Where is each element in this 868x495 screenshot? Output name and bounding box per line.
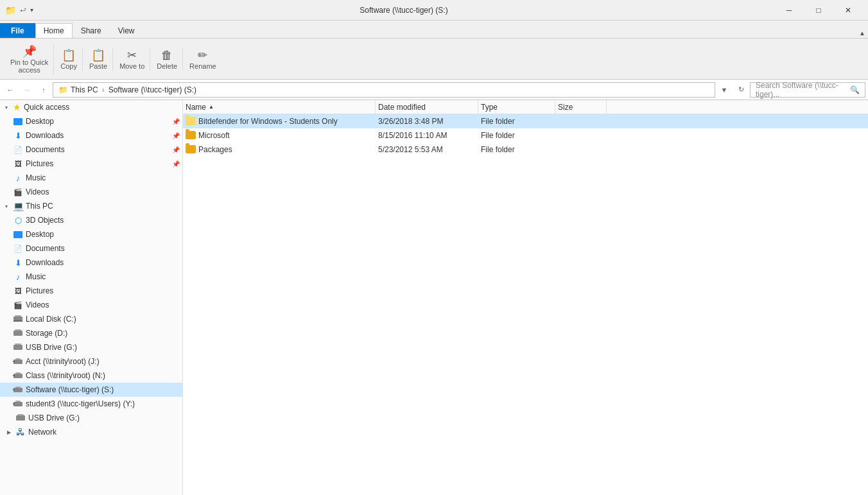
address-refresh-btn[interactable]: ↻ [733,82,749,98]
ribbon-pin-btn[interactable]: 📌 Pin to Quick access [5,43,54,75]
sidebar-item-3dobjects[interactable]: ⬡ 3D Objects [0,213,182,227]
svg-rect-19 [16,415,25,421]
svg-rect-8 [15,358,21,360]
sidebar-item-usb-g-pc[interactable]: USB Drive (G:) [0,340,182,354]
sidebar-item-usb-g-standalone[interactable]: USB Drive (G:) [0,411,182,425]
file-size-cell [555,143,607,156]
address-right-controls: ▼ ↻ [716,82,749,98]
up-button[interactable]: ↑ [36,82,51,98]
file-type-cell: File folder [478,128,555,142]
file-date: 8/15/2016 11:10 AM [378,131,447,140]
documents-pc-label: Documents [26,244,65,253]
title-controls: ─ □ ✕ [774,0,863,21]
main-area: ▾ ★ Quick access Desktop 📌 ⬇ Downloads 📌… [0,100,868,495]
class-n-label: Class (\\trinity\root) (N:) [26,371,105,380]
downloads-qa-icon: ⬇ [13,130,23,141]
address-input[interactable]: 📁 This PC › Software (\\tucc-tiger) (S:) [53,82,715,98]
file-list-header: Name ▲ Date modified Type Size [183,100,868,114]
desktop-qa-pin: 📌 [172,118,180,125]
search-icon: 🔍 [850,85,860,94]
search-box[interactable]: Search Software (\\tucc-tiger)... 🔍 [750,82,865,98]
sidebar-item-documents-pc[interactable]: 📄 Documents [0,241,182,256]
table-row[interactable]: Microsoft 8/15/2016 11:10 AM File folder [183,128,868,143]
svg-rect-2 [13,320,22,322]
ribbon-collapse-btn[interactable]: ▲ [859,30,865,37]
sidebar-section-quick-access[interactable]: ▾ ★ Quick access [0,100,182,114]
address-bar: ← → ↑ 📁 This PC › Software (\\tucc-tiger… [0,80,868,100]
col-header-date[interactable]: Date modified [376,100,478,114]
sidebar-item-desktop-qa[interactable]: Desktop 📌 [0,114,182,128]
file-date-cell: 5/23/2012 5:53 AM [376,143,478,156]
col-header-type[interactable]: Type [478,100,555,114]
software-s-label: Software (\\tucc-tiger) (S:) [26,385,114,394]
local-c-icon [13,314,23,324]
col-header-size[interactable]: Size [555,100,607,114]
usb-g-pc-icon [13,342,23,352]
pictures-pc-label: Pictures [26,286,53,295]
file-list: Name ▲ Date modified Type Size Bitdefend… [183,100,868,495]
acct-j-icon [13,356,23,367]
documents-qa-icon: 📄 [13,144,23,155]
file-size-cell [555,114,607,128]
close-button[interactable]: ✕ [833,0,863,21]
quick-access-btn[interactable]: ⮐ [20,6,26,13]
ribbon-rename-btn[interactable]: ✏ Rename [184,47,221,71]
sidebar-item-software-s[interactable]: Software (\\tucc-tiger) (S:) [0,383,182,397]
minimize-button[interactable]: ─ [774,0,804,21]
downloads-pc-icon: ⬇ [13,257,23,268]
ribbon-paste-btn[interactable]: 📋 Paste [84,47,113,71]
address-dropdown-btn[interactable]: ▼ [716,82,732,98]
file-name-cell: Packages [183,143,376,156]
file-date-cell: 3/26/2018 3:48 PM [376,114,478,128]
maximize-button[interactable]: □ [804,0,833,21]
search-placeholder: Search Software (\\tucc-tiger)... [756,81,850,99]
file-type: File folder [481,131,515,140]
videos-qa-icon: 🎬 [13,187,23,197]
col-size-label: Size [558,103,573,112]
table-row[interactable]: Packages 5/23/2012 5:53 AM File folder [183,143,868,157]
tab-view[interactable]: View [110,23,143,38]
sidebar-item-network[interactable]: ▶ 🖧 Network [0,425,182,439]
usb-g-toggle [5,414,13,422]
file-date: 5/23/2012 5:53 AM [378,145,443,154]
sidebar-item-documents-qa[interactable]: 📄 Documents 📌 [0,143,182,157]
forward-button[interactable]: → [19,82,35,98]
student3-y-icon [13,399,23,409]
sidebar-item-videos-qa[interactable]: 🎬 Videos [0,185,182,199]
sidebar-item-class-n[interactable]: Class (\\trinity\root) (N:) [0,369,182,383]
address-crumb-drive[interactable]: Software (\\tucc-tiger) (S:) [108,85,196,94]
ribbon-move-btn[interactable]: ✂ Move to [114,47,150,71]
this-pc-toggle: ▾ [3,202,10,210]
tab-share[interactable]: Share [73,23,110,38]
sidebar-item-acct-j[interactable]: Acct (\\trinity\root) (J:) [0,354,182,369]
sidebar-item-pictures-pc[interactable]: 🖼 Pictures [0,284,182,298]
sidebar-item-desktop-pc[interactable]: Desktop [0,227,182,241]
sidebar-item-student3-y[interactable]: student3 (\\tucc-tiger\Users) (Y:) [0,397,182,411]
network-label: Network [28,428,56,437]
table-row[interactable]: Bitdefender for Windows - Students Only … [183,114,868,128]
ribbon-copy-btn[interactable]: 📋 Copy [55,47,83,71]
address-crumb-thispc[interactable]: This PC [71,85,98,94]
back-button[interactable]: ← [3,82,18,98]
sidebar-item-pictures-qa[interactable]: 🖼 Pictures 📌 [0,157,182,171]
tab-file[interactable]: File [0,23,35,38]
title-bar: 📁 ⮐ ▾ Software (\\tucc-tiger) (S:) ─ □ ✕ [0,0,868,21]
ribbon-delete-btn[interactable]: 🗑 Delete [152,48,183,71]
tab-home[interactable]: Home [35,23,73,38]
documents-qa-pin: 📌 [172,146,180,153]
usb-g-standalone-label: USB Drive (G:) [28,413,80,422]
sidebar-item-videos-pc[interactable]: 🎬 Videos [0,298,182,312]
pictures-pc-icon: 🖼 [13,286,23,296]
music-pc-label: Music [26,272,46,281]
sidebar-item-downloads-pc[interactable]: ⬇ Downloads [0,256,182,270]
col-header-name[interactable]: Name ▲ [183,100,376,114]
sidebar-item-music-qa[interactable]: ♪ Music [0,171,182,185]
sidebar-item-downloads-qa[interactable]: ⬇ Downloads 📌 [0,128,182,143]
sidebar-section-this-pc[interactable]: ▾ 💻 This PC [0,199,182,213]
videos-pc-label: Videos [26,300,49,309]
svg-rect-3 [13,331,22,336]
sidebar-item-storage-d[interactable]: Storage (D:) [0,326,182,340]
sidebar-item-local-c[interactable]: Local Disk (C:) [0,312,182,326]
sidebar-item-music-pc[interactable]: ♪ Music [0,270,182,284]
svg-rect-14 [15,386,21,388]
